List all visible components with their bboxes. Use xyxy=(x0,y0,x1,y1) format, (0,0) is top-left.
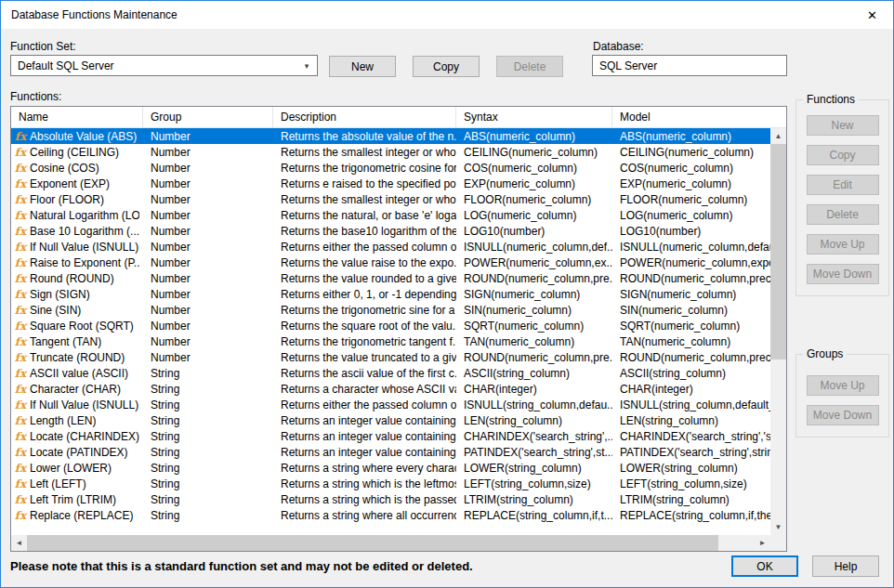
function-group: Number xyxy=(143,146,273,159)
scroll-up-icon[interactable]: ▲ xyxy=(770,128,786,144)
table-row[interactable]: fx Truncate (ROUND) Number Returns the v… xyxy=(11,349,770,365)
function-syntax: LOG(numeric_column) xyxy=(456,209,612,222)
table-row[interactable]: fx Raise to Exponent (P... Number Return… xyxy=(11,255,770,270)
function-syntax: ISNULL(string_column,defau... xyxy=(456,399,612,412)
function-group: Number xyxy=(143,130,273,143)
function-model: LOG(numeric_column) xyxy=(612,209,770,222)
horizontal-scrollbar-thumb[interactable] xyxy=(27,535,718,551)
table-row[interactable]: fx Absolute Value (ABS) Number Returns t… xyxy=(11,128,770,144)
function-name: Floor (FLOOR) xyxy=(30,193,104,206)
function-name: Replace (REPLACE) xyxy=(30,509,133,522)
table-row[interactable]: fx Base 10 Logarithm (... Number Returns… xyxy=(11,223,770,239)
table-row[interactable]: fx Sign (SIGN) Number Returns either 0, … xyxy=(11,286,770,302)
fx-icon: fx xyxy=(14,272,27,285)
table-row[interactable]: fx Sine (SIN) Number Returns the trigono… xyxy=(11,302,770,318)
help-button[interactable]: Help xyxy=(812,555,879,577)
function-model: EXP(numeric_column) xyxy=(612,177,770,190)
table-row[interactable]: fx If Null Value (ISNULL) Number Returns… xyxy=(11,239,770,255)
fx-icon: fx xyxy=(14,225,27,238)
column-header-model[interactable]: Model xyxy=(612,107,786,127)
functions-new-button[interactable]: New xyxy=(807,115,879,136)
function-group: Number xyxy=(143,225,273,238)
scroll-right-icon[interactable]: ► xyxy=(755,535,770,551)
function-syntax: LEFT(string_column,size) xyxy=(456,477,612,490)
column-header-group[interactable]: Group xyxy=(143,107,273,127)
table-row[interactable]: fx Lower (LOWER) String Returns a string… xyxy=(11,460,770,476)
table-row[interactable]: fx ASCII value (ASCII) String Returns th… xyxy=(11,365,770,381)
table-row[interactable]: fx Square Root (SQRT) Number Returns the… xyxy=(11,318,770,333)
table-row[interactable]: fx Exponent (EXP) Number Returns e raise… xyxy=(11,176,770,191)
function-syntax: LTRIM(string_column) xyxy=(456,493,612,506)
groups-move-up-button[interactable]: Move Up xyxy=(807,375,879,396)
vertical-scrollbar[interactable]: ▲ ▼ xyxy=(770,128,786,535)
database-input[interactable] xyxy=(592,55,787,76)
fx-icon: fx xyxy=(14,146,27,159)
functions-copy-button[interactable]: Copy xyxy=(807,145,879,165)
fx-icon: fx xyxy=(14,446,27,459)
function-group: String xyxy=(143,383,273,396)
groups-move-down-button[interactable]: Move Down xyxy=(807,405,879,425)
fx-icon: fx xyxy=(14,414,27,427)
table-row[interactable]: fx Locate (CHARINDEX) String Returns an … xyxy=(11,428,770,444)
function-group: Number xyxy=(143,272,273,285)
table-row[interactable]: fx Character (CHAR) String Returns a cha… xyxy=(11,381,770,397)
database-label: Database: xyxy=(593,40,644,53)
fx-icon: fx xyxy=(14,335,27,348)
function-model: CHARINDEX('search_string','strin... xyxy=(612,430,770,443)
functions-edit-button[interactable]: Edit xyxy=(807,175,879,195)
function-name: If Null Value (ISNULL) xyxy=(30,241,138,254)
function-description: Returns the trigonometric sine for a ... xyxy=(273,304,456,317)
scroll-left-icon[interactable]: ◄ xyxy=(11,535,27,551)
fx-icon: fx xyxy=(14,509,27,522)
column-header-description[interactable]: Description xyxy=(273,107,456,127)
scroll-down-icon[interactable]: ▼ xyxy=(770,519,786,535)
horizontal-scrollbar[interactable]: ◄ ► xyxy=(11,535,770,551)
function-description: Returns the value raise to the expo... xyxy=(273,256,456,269)
table-row[interactable]: fx Left Trim (LTRIM) String Returns a st… xyxy=(11,491,770,507)
function-description: Returns a string where all occurrenc... xyxy=(273,509,456,522)
ok-button[interactable]: OK xyxy=(731,555,798,577)
delete-button[interactable]: Delete xyxy=(496,56,563,77)
function-name: Left Trim (LTRIM) xyxy=(30,493,116,506)
function-model: ASCII(string_column) xyxy=(612,367,770,380)
function-syntax: SQRT(numeric_column) xyxy=(456,320,612,333)
table-row[interactable]: fx Length (LEN) String Returns an intege… xyxy=(11,412,770,428)
table-row[interactable]: fx Natural Logarithm (LOG) Number Return… xyxy=(11,207,770,223)
function-model: LOWER(string_column) xyxy=(612,462,770,475)
column-header-syntax[interactable]: Syntax xyxy=(456,107,612,127)
scrollbar-corner xyxy=(770,535,786,551)
function-model: SIN(numeric_column) xyxy=(612,304,770,317)
fx-icon: fx xyxy=(14,399,27,412)
table-row[interactable]: fx Locate (PATINDEX) String Returns an i… xyxy=(11,444,770,460)
function-group: Number xyxy=(143,335,273,348)
functions-table-body: fx Absolute Value (ABS) Number Returns t… xyxy=(11,128,770,535)
table-row[interactable]: fx Tangent (TAN) Number Returns the trig… xyxy=(11,333,770,349)
table-row[interactable]: fx Floor (FLOOR) Number Returns the smal… xyxy=(11,191,770,207)
function-set-dropdown[interactable]: Default SQL Server ▾ xyxy=(10,55,318,76)
functions-delete-button[interactable]: Delete xyxy=(807,204,879,225)
vertical-scrollbar-thumb[interactable] xyxy=(770,144,786,359)
table-row[interactable]: fx Round (ROUND) Number Returns the valu… xyxy=(11,270,770,286)
fx-icon: fx xyxy=(14,367,27,380)
function-name: Ceiling (CEILING) xyxy=(30,146,119,159)
copy-button[interactable]: Copy xyxy=(413,56,480,77)
function-name: Exponent (EXP) xyxy=(30,177,110,190)
function-model: CHAR(integer) xyxy=(612,383,770,396)
functions-move-down-button[interactable]: Move Down xyxy=(807,264,879,284)
column-header-name[interactable]: Name xyxy=(11,107,143,127)
function-name: Locate (PATINDEX) xyxy=(30,446,128,459)
table-row[interactable]: fx If Null Value (ISNULL) String Returns… xyxy=(11,397,770,412)
function-syntax: SIGN(numeric_column) xyxy=(456,288,612,301)
function-model: PATINDEX('search_string',string... xyxy=(612,446,770,459)
close-icon[interactable]: ✕ xyxy=(851,1,893,29)
function-model: POWER(numeric_column,expon... xyxy=(612,256,770,269)
function-group: String xyxy=(143,477,273,490)
table-row[interactable]: fx Replace (REPLACE) String Returns a st… xyxy=(11,507,770,523)
function-name: Sine (SIN) xyxy=(30,304,81,317)
functions-move-up-button[interactable]: Move Up xyxy=(807,234,879,255)
function-description: Returns the ascii value of the first c..… xyxy=(273,367,456,380)
new-button[interactable]: New xyxy=(329,56,396,77)
table-row[interactable]: fx Ceiling (CEILING) Number Returns the … xyxy=(11,144,770,160)
table-row[interactable]: fx Cosine (COS) Number Returns the trigo… xyxy=(11,160,770,176)
table-row[interactable]: fx Left (LEFT) String Returns a string w… xyxy=(11,476,770,491)
